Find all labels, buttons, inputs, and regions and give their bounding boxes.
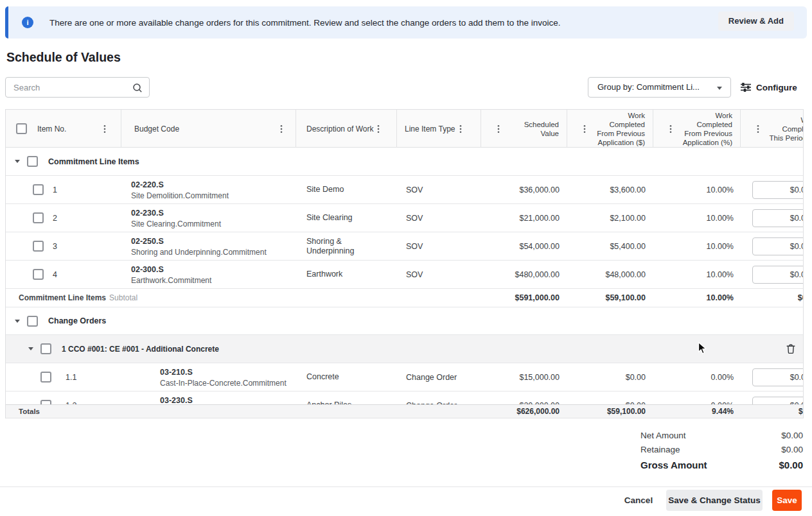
table-row[interactable]: 4 02-300.SEarthwork.Commitment Earthwork…: [6, 261, 804, 289]
collapse-arrow-icon[interactable]: [15, 160, 20, 163]
table-row[interactable]: 1 02-220.SSite Demolition.Commitment Sit…: [6, 176, 804, 204]
column-menu-icon[interactable]: [459, 125, 462, 133]
row-checkbox[interactable]: [33, 241, 44, 252]
work-completed-this-period-input[interactable]: [752, 181, 804, 199]
group-checkbox[interactable]: [27, 156, 38, 167]
work-completed-this-period-input[interactable]: [752, 368, 804, 386]
column-menu-icon[interactable]: [583, 125, 586, 133]
group-by-dropdown[interactable]: Group by: Commitment Li...: [588, 77, 731, 98]
invoice-summary: Net Amount$0.00 Retainage$0.00 Gross Amo…: [640, 428, 803, 472]
totals-row: Totals $626,000.00 $59,100.00 9.44% $0.0…: [6, 404, 804, 418]
column-menu-icon[interactable]: [103, 125, 106, 133]
trash-icon[interactable]: [786, 343, 796, 357]
group-row-change-orders[interactable]: Change Orders: [6, 307, 804, 335]
column-menu-icon[interactable]: [280, 125, 283, 133]
header-work-completed-prev-pct: Work Completed From Previous Application…: [653, 110, 741, 148]
select-all-checkbox[interactable]: [16, 123, 27, 134]
column-menu-icon[interactable]: [669, 125, 672, 133]
work-completed-this-period-input[interactable]: [752, 209, 804, 227]
gross-amount-label: Gross Amount: [640, 460, 707, 470]
banner-accent-bar: [5, 6, 8, 39]
row-checkbox[interactable]: [33, 269, 44, 280]
collapse-arrow-icon[interactable]: [15, 320, 20, 323]
review-add-button[interactable]: Review & Add: [718, 12, 794, 31]
header-work-completed-prev-dollar: Work Completed From Previous Application…: [567, 110, 653, 148]
header-item-no: Item No.: [6, 110, 121, 148]
search-input[interactable]: [6, 78, 149, 97]
save-button[interactable]: Save: [772, 490, 802, 511]
net-amount-label: Net Amount: [640, 431, 686, 440]
save-and-change-status-button[interactable]: Save & Change Status: [666, 490, 763, 511]
table-row[interactable]: 3 02-250.SShoring and Underpinning.Commi…: [6, 232, 804, 261]
search-box[interactable]: [5, 77, 150, 98]
header-budget-code: Budget Code: [121, 110, 296, 148]
group-row-commitment-line-items[interactable]: Commitment Line Items: [6, 148, 804, 176]
gross-amount-value: $0.00: [779, 460, 803, 470]
retainage-label: Retainage: [640, 445, 680, 454]
configure-label: Configure: [756, 83, 797, 92]
footer-divider: [0, 486, 812, 487]
configure-icon: [740, 82, 752, 93]
header-description-of-work: Description of Work: [296, 110, 397, 148]
subtotal-row: Commitment Line Items Subtotal $591,000.…: [6, 289, 804, 307]
group-checkbox[interactable]: [27, 316, 38, 327]
column-menu-icon[interactable]: [757, 125, 759, 133]
search-icon: [132, 83, 143, 93]
info-banner: i There are one or more available change…: [5, 6, 807, 39]
configure-button[interactable]: Configure: [740, 82, 797, 93]
net-amount-value: $0.00: [781, 431, 803, 440]
row-checkbox[interactable]: [33, 212, 44, 223]
cancel-button[interactable]: Cancel: [620, 490, 657, 511]
table-header-row: Item No. Budget Code Description of Work…: [6, 110, 804, 148]
work-completed-this-period-input[interactable]: [752, 237, 804, 255]
page-title: Schedule of Values: [6, 50, 121, 65]
header-work-completed-this-period: Work Completed This Period ($): [741, 110, 804, 148]
mouse-cursor: [698, 341, 707, 355]
header-line-item-type: Line Item Type: [397, 110, 481, 148]
group-by-value: Group by: Commitment Li...: [597, 82, 700, 92]
group-checkbox[interactable]: [40, 343, 51, 354]
column-menu-icon[interactable]: [377, 125, 380, 133]
table-row[interactable]: 1.1 03-210.SCast-In-Place-Concrete.Commi…: [6, 363, 804, 391]
collapse-arrow-icon[interactable]: [28, 347, 33, 350]
column-menu-icon[interactable]: [497, 125, 500, 133]
header-scheduled-value: Scheduled Value: [481, 110, 567, 148]
banner-message: There are one or more available change o…: [49, 18, 560, 28]
retainage-value: $0.00: [781, 445, 803, 454]
work-completed-this-period-input[interactable]: [752, 266, 804, 284]
table-row[interactable]: 2 02-230.SSite Clearing.Commitment Site …: [6, 204, 804, 232]
subgroup-row-cco[interactable]: 1 CCO #001: CE #001 - Additional Concret…: [6, 335, 804, 363]
info-icon: i: [22, 17, 33, 28]
row-checkbox[interactable]: [40, 372, 51, 383]
chevron-down-icon: [717, 87, 722, 90]
row-checkbox[interactable]: [33, 184, 44, 195]
schedule-of-values-table: Item No. Budget Code Description of Work…: [5, 109, 804, 418]
